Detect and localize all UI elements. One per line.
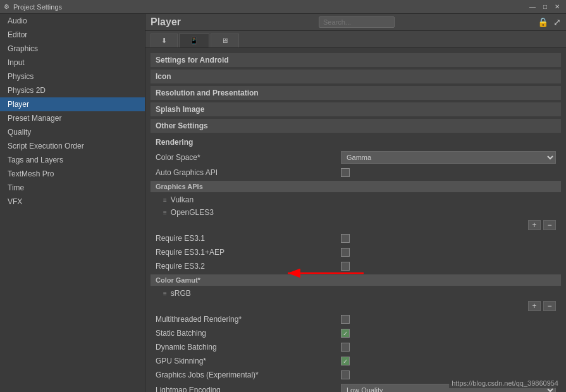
label-multithreaded: Multithreaded Rendering* xyxy=(156,315,341,324)
value-static-batching: ✓ xyxy=(341,329,556,338)
api-label: OpenGLES3 xyxy=(171,208,214,217)
checkbox-require-es31[interactable] xyxy=(341,234,350,243)
sidebar-item-editor[interactable]: Editor xyxy=(0,28,145,42)
remove-btn[interactable]: − xyxy=(543,301,556,311)
label-auto-graphics-api: Auto Graphics API xyxy=(156,168,341,177)
checkbox-static-batching[interactable]: ✓ xyxy=(341,329,350,338)
api-item-opengles3: ≡OpenGLES3 xyxy=(151,206,561,219)
row-auto-graphics-api: Auto Graphics API xyxy=(151,166,561,180)
resolution-section[interactable]: Resolution and Presentation xyxy=(151,86,561,100)
add-btn[interactable]: + xyxy=(528,220,541,230)
minimize-button[interactable]: — xyxy=(527,3,538,10)
sidebar-item-physics2d[interactable]: Physics 2D xyxy=(0,83,145,97)
sidebar-item-quality[interactable]: Quality xyxy=(0,125,145,139)
sidebar-item-vfx[interactable]: VFX xyxy=(0,195,145,209)
value-color-space: GammaLinear xyxy=(341,151,556,164)
gamut-buttons: + − xyxy=(151,300,561,312)
icon-section[interactable]: Icon xyxy=(151,70,561,83)
pc-icon: ⬇ xyxy=(161,37,167,44)
platform-tabs: ⬇ 📱 🖥 xyxy=(145,31,566,48)
title-bar: ⚙ Project Settings — □ ✕ xyxy=(0,0,566,14)
value-dynamic-batching xyxy=(341,343,556,352)
sidebar-item-graphics[interactable]: Graphics xyxy=(0,42,145,56)
value-require-es31aep xyxy=(341,248,556,257)
add-btn[interactable]: + xyxy=(528,301,541,311)
main-content: Player 🔒 ⤢ ⬇ 📱 🖥 Settings for Android xyxy=(145,14,566,392)
webgl-icon: 🖥 xyxy=(221,37,228,44)
remove-btn[interactable]: − xyxy=(543,220,556,230)
label-graphics-jobs: Graphics Jobs (Experimental)* xyxy=(156,371,341,379)
settings-icon: ⚙ xyxy=(4,3,9,10)
gamut-label: sRGB xyxy=(171,289,191,298)
label-require-es31: Require ES3.1 xyxy=(156,234,341,243)
row-multithreaded: Multithreaded Rendering* xyxy=(151,312,561,326)
watermark: https://blog.csdn.net/qq_39860954 xyxy=(449,378,561,388)
checkbox-require-es32[interactable] xyxy=(341,262,350,271)
row-require-es31aep: Require ES3.1+AEP xyxy=(151,245,561,259)
checkbox-dynamic-batching[interactable] xyxy=(341,343,350,352)
window-title: Project Settings xyxy=(13,3,527,11)
rendering-settings: Color Space* GammaLinear Auto Graphics A… xyxy=(151,149,561,392)
checkbox-multithreaded[interactable] xyxy=(341,315,350,324)
sidebar-item-audio[interactable]: Audio xyxy=(0,14,145,28)
value-multithreaded xyxy=(341,315,556,324)
close-button[interactable]: ✕ xyxy=(552,3,562,10)
window-controls[interactable]: — □ ✕ xyxy=(527,3,562,10)
sidebar-item-presetmanager[interactable]: Preset Manager xyxy=(0,111,145,125)
sidebar-item-input[interactable]: Input xyxy=(0,56,145,70)
settings-area: Settings for Android Icon Resolution and… xyxy=(145,48,566,392)
subsection-color-gamut-header: Color Gamut* xyxy=(151,274,561,286)
page-title: Player xyxy=(151,16,181,28)
label-lightmap-encoding: Lightmap Encoding xyxy=(156,386,341,392)
tab-android[interactable]: 📱 xyxy=(179,34,209,47)
label-static-batching: Static Batching xyxy=(156,329,341,338)
row-gpu-skinning: GPU Skinning* ✓ xyxy=(151,354,561,368)
select-color-space[interactable]: GammaLinear xyxy=(341,151,556,164)
label-color-space: Color Space* xyxy=(156,153,341,162)
drag-handle: ≡ xyxy=(163,209,167,216)
sidebar-item-tagsandlayers[interactable]: Tags and Layers xyxy=(0,153,145,167)
sidebar-item-scriptexecution[interactable]: Script Execution Order xyxy=(0,139,145,153)
lock-icon[interactable]: 🔒 xyxy=(538,17,548,27)
label-require-es31aep: Require ES3.1+AEP xyxy=(156,248,341,257)
search-input[interactable] xyxy=(319,16,395,28)
android-icon: 📱 xyxy=(190,37,199,44)
sidebar-item-player[interactable]: Player xyxy=(0,97,145,111)
api-label: Vulkan xyxy=(171,195,194,204)
main-layout: AudioEditorGraphicsInputPhysicsPhysics 2… xyxy=(0,14,566,392)
api-item-vulkan: ≡Vulkan xyxy=(151,193,561,206)
checkbox-auto-graphics-api[interactable] xyxy=(341,168,350,177)
header-icons: 🔒 ⤢ xyxy=(538,17,561,27)
maximize-button[interactable]: □ xyxy=(541,3,550,10)
checkbox-gpu-skinning[interactable]: ✓ xyxy=(341,357,350,365)
row-color-space: Color Space* GammaLinear xyxy=(151,149,561,166)
value-require-es32 xyxy=(341,262,556,271)
gamut-item-srgb: ≡sRGB xyxy=(151,287,561,300)
sidebar-item-textmeshpro[interactable]: TextMesh Pro xyxy=(0,167,145,181)
label-gpu-skinning: GPU Skinning* xyxy=(156,357,341,365)
api-buttons: + − xyxy=(151,219,561,231)
row-require-es32: Require ES3.2 xyxy=(151,259,561,273)
value-require-es31 xyxy=(341,234,556,243)
drag-handle: ≡ xyxy=(163,197,167,204)
tab-pc[interactable]: ⬇ xyxy=(151,34,178,47)
value-gpu-skinning: ✓ xyxy=(341,357,556,365)
subsection-graphics-apis-header: Graphics APIs xyxy=(151,181,561,192)
checkbox-require-es31aep[interactable] xyxy=(341,248,350,257)
value-auto-graphics-api xyxy=(341,168,556,177)
row-dynamic-batching: Dynamic Batching xyxy=(151,340,561,354)
expand-icon[interactable]: ⤢ xyxy=(553,17,561,27)
settings-for-label[interactable]: Settings for Android xyxy=(151,53,561,67)
drag-handle: ≡ xyxy=(163,290,167,297)
tab-webgl[interactable]: 🖥 xyxy=(211,34,239,47)
row-require-es31: Require ES3.1 xyxy=(151,231,561,245)
other-settings-section[interactable]: Other Settings xyxy=(151,119,561,133)
splash-section[interactable]: Splash Image xyxy=(151,102,561,116)
sidebar-item-time[interactable]: Time xyxy=(0,181,145,195)
label-require-es32: Require ES3.2 xyxy=(156,262,341,271)
content-header: Player 🔒 ⤢ xyxy=(145,14,566,31)
sidebar-item-physics[interactable]: Physics xyxy=(0,70,145,83)
checkbox-graphics-jobs[interactable] xyxy=(341,371,350,379)
row-static-batching: Static Batching ✓ xyxy=(151,326,561,340)
label-dynamic-batching: Dynamic Batching xyxy=(156,343,341,352)
